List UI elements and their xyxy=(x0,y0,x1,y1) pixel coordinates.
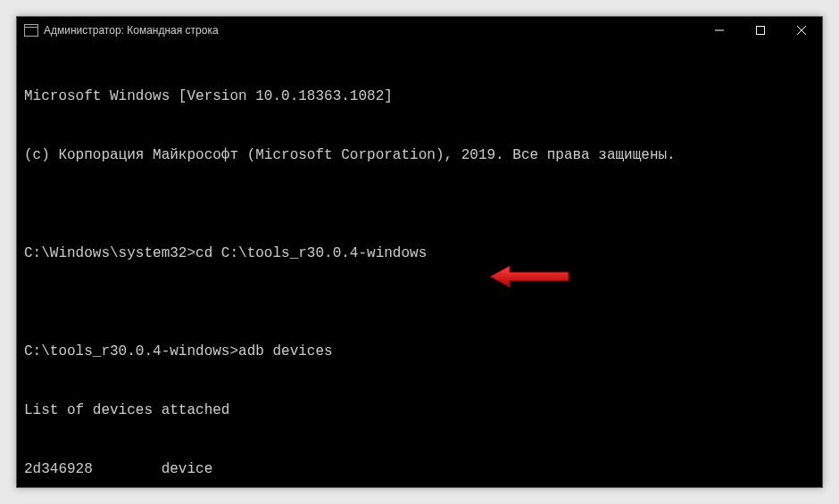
svg-marker-4 xyxy=(490,266,569,287)
terminal-area[interactable]: Microsoft Windows [Version 10.0.18363.10… xyxy=(17,44,822,487)
cmd-window: Администратор: Командная строка Microsof… xyxy=(16,16,823,488)
output-line: Microsoft Windows [Version 10.0.18363.10… xyxy=(24,87,815,106)
svg-rect-1 xyxy=(757,27,765,35)
command-text: cd C:\tools_r30.0.4-windows xyxy=(195,245,427,261)
command-text: adb devices xyxy=(238,343,333,359)
output-line: (c) Корпорация Майкрософт (Microsoft Cor… xyxy=(24,145,815,165)
cmd-icon xyxy=(24,24,38,37)
close-button[interactable] xyxy=(781,17,822,44)
command-line: C:\tools_r30.0.4-windows>adb devices xyxy=(24,342,815,361)
titlebar[interactable]: Администратор: Командная строка xyxy=(17,17,822,44)
maximize-button[interactable] xyxy=(740,17,781,44)
annotation-arrow-icon xyxy=(490,263,570,290)
prompt: C:\Windows\system32> xyxy=(24,245,195,261)
command-line: C:\Windows\system32>cd C:\tools_r30.0.4-… xyxy=(24,244,815,263)
prompt: C:\tools_r30.0.4-windows> xyxy=(24,343,238,359)
window-controls xyxy=(699,17,822,44)
minimize-button[interactable] xyxy=(699,17,740,44)
window-title: Администратор: Командная строка xyxy=(44,24,219,37)
output-line: 2d346928 device xyxy=(24,459,815,479)
output-line: List of devices attached xyxy=(24,401,815,420)
